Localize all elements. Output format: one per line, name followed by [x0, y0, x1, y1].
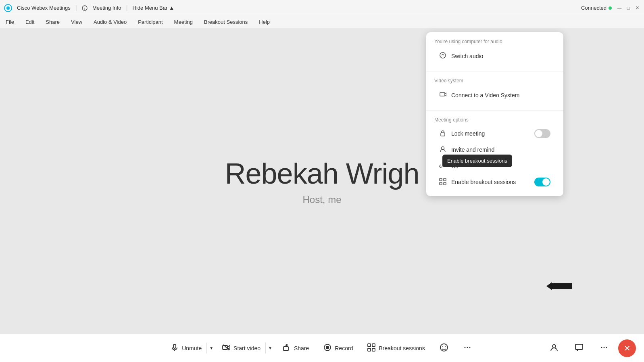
- share-icon: [283, 343, 291, 353]
- svg-rect-16: [283, 347, 288, 351]
- menu-view[interactable]: View: [69, 18, 84, 26]
- breakout-tooltip: Enable breakout sessions: [442, 155, 512, 167]
- enable-breakout-label: Enable breakout sessions: [451, 179, 516, 185]
- video-system-section: Video system Connect to a Video System: [426, 71, 563, 110]
- menu-edit[interactable]: Edit: [24, 18, 36, 26]
- title-bar-right: Connected — □ ✕: [581, 5, 640, 11]
- lock-icon: [439, 130, 446, 138]
- meeting-options-section: Meeting options Lock meeting Invit: [426, 110, 563, 196]
- svg-point-31: [601, 347, 602, 348]
- share-label: Share: [294, 345, 309, 352]
- lock-meeting-item[interactable]: Lock meeting: [434, 126, 555, 141]
- enable-breakout-toggle[interactable]: [534, 178, 550, 186]
- svg-text:i: i: [84, 6, 85, 10]
- menu-help[interactable]: Help: [257, 18, 271, 26]
- svg-point-25: [445, 346, 446, 347]
- svg-point-24: [442, 346, 443, 347]
- end-call-icon: ✕: [624, 343, 631, 353]
- title-bar-left: Cisco Webex Meetings | i Meeting Info | …: [4, 4, 577, 12]
- connected-badge: Connected: [581, 5, 612, 11]
- extra-more-icon: [600, 343, 609, 353]
- participant-role: Host, me: [225, 194, 419, 205]
- share-btn[interactable]: Share: [276, 340, 315, 356]
- more-options-btn[interactable]: [456, 340, 478, 356]
- more-options-icon: [463, 343, 472, 353]
- lock-meeting-label: Lock meeting: [451, 130, 485, 137]
- minimize-button[interactable]: —: [617, 5, 622, 11]
- start-video-btn[interactable]: Start video: [217, 340, 265, 356]
- unmute-btn[interactable]: Unmute: [166, 340, 206, 356]
- svg-point-26: [464, 347, 465, 348]
- unmute-caret[interactable]: ▼: [206, 343, 216, 354]
- arrow-head-left: [546, 282, 552, 290]
- participants-btn[interactable]: [543, 340, 565, 356]
- meeting-options-panel: You're using computer for audio Switch a…: [426, 32, 563, 196]
- emoji-icon: [440, 343, 448, 353]
- video-system-icon: [439, 91, 446, 100]
- svg-point-27: [467, 347, 468, 348]
- menu-breakout-sessions[interactable]: Breakout Sessions: [202, 18, 249, 26]
- svg-rect-22: [372, 348, 375, 351]
- info-icon: i: [82, 5, 88, 11]
- enable-breakout-item[interactable]: Enable breakout sessions: [434, 174, 555, 190]
- svg-point-4: [440, 52, 446, 58]
- svg-rect-12: [173, 344, 176, 348]
- close-button[interactable]: ✕: [634, 5, 640, 11]
- svg-point-1: [6, 6, 10, 10]
- svg-rect-30: [575, 344, 583, 349]
- svg-rect-21: [368, 348, 371, 351]
- copy-link-item[interactable]: Co Enable breakout sessions: [434, 158, 555, 174]
- extra-more-btn[interactable]: [593, 340, 615, 356]
- menu-audio-video[interactable]: Audio & Video: [92, 18, 128, 26]
- connected-dot: [609, 6, 612, 10]
- bottom-toolbar: Unmute ▼ Start video ▼ Share Record: [0, 334, 644, 362]
- svg-rect-6: [441, 133, 445, 136]
- lock-meeting-toggle[interactable]: [534, 129, 550, 138]
- arrow-body: [552, 283, 572, 289]
- menu-meeting[interactable]: Meeting: [173, 18, 194, 26]
- svg-rect-9: [444, 178, 446, 181]
- hide-menu-bar-btn[interactable]: Hide Menu Bar ▲: [133, 5, 175, 11]
- svg-rect-10: [440, 182, 442, 185]
- menu-share[interactable]: Share: [44, 18, 61, 26]
- microphone-icon: [171, 343, 179, 353]
- breakout-sessions-btn[interactable]: Breakout sessions: [361, 340, 431, 356]
- svg-rect-20: [372, 344, 375, 347]
- svg-rect-5: [440, 92, 445, 96]
- record-btn[interactable]: Record: [317, 340, 359, 356]
- breakout-icon: [439, 178, 446, 186]
- title-bar: Cisco Webex Meetings | i Meeting Info | …: [0, 0, 644, 16]
- svg-point-28: [469, 347, 470, 348]
- participants-icon: [550, 343, 559, 353]
- menu-participant[interactable]: Participant: [136, 18, 164, 26]
- start-video-split-btn[interactable]: Start video ▼: [217, 340, 275, 356]
- start-video-caret[interactable]: ▼: [265, 343, 275, 354]
- unmute-split-btn[interactable]: Unmute ▼: [166, 340, 216, 356]
- switch-audio-label: Switch audio: [451, 53, 483, 59]
- svg-rect-8: [440, 178, 442, 181]
- breakout-sessions-label: Breakout sessions: [379, 345, 425, 352]
- record-icon: [323, 343, 331, 353]
- connect-video-system-item[interactable]: Connect to a Video System: [434, 87, 555, 104]
- main-content: Rebekah Wrigh Host, me You're using comp…: [0, 28, 644, 334]
- end-call-btn[interactable]: ✕: [618, 339, 636, 357]
- svg-point-18: [326, 346, 329, 349]
- emoji-btn[interactable]: [433, 340, 455, 356]
- record-label: Record: [335, 345, 353, 352]
- invite-icon: [439, 145, 446, 154]
- svg-point-32: [604, 347, 605, 348]
- start-video-label: Start video: [233, 345, 261, 352]
- meeting-options-label: Meeting options: [434, 117, 555, 123]
- maximize-button[interactable]: □: [625, 5, 631, 11]
- arrow-indicator: [546, 282, 572, 290]
- menu-file[interactable]: File: [4, 18, 16, 26]
- video-icon: [222, 343, 230, 353]
- unmute-label: Unmute: [182, 345, 202, 352]
- switch-audio-item[interactable]: Switch audio: [434, 48, 555, 65]
- svg-rect-19: [368, 344, 371, 347]
- toolbar-end: ✕: [543, 339, 636, 357]
- chat-btn[interactable]: [568, 340, 590, 356]
- svg-rect-11: [444, 182, 446, 185]
- meeting-info-btn[interactable]: Meeting Info: [92, 5, 121, 11]
- participant-name: Rebekah Wrigh: [225, 157, 419, 190]
